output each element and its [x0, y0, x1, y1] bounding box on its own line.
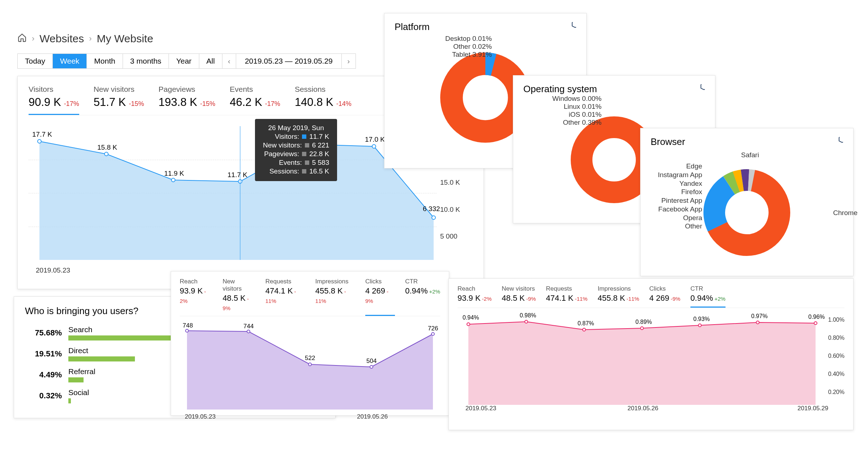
- mini-value: 93.9 K: [180, 286, 203, 295]
- svg-point-1: [105, 152, 108, 156]
- mini-metric-reach[interactable]: Reach 93.9 K-2%: [458, 285, 492, 308]
- y-tick: 5 000: [440, 232, 473, 240]
- range-week[interactable]: Week: [53, 54, 87, 68]
- mini-label: New visitors: [222, 278, 255, 292]
- metric-events[interactable]: Events 46.2 K-17%: [230, 85, 280, 115]
- tooltip-label: Events:: [279, 159, 302, 167]
- mini-metric-new-visitors[interactable]: New visitors 48.5 K-9%: [222, 278, 255, 316]
- mini-value: 48.5 K: [222, 294, 246, 303]
- metric-value: 51.7 K: [94, 96, 126, 108]
- metric-new-visitors[interactable]: New visitors 51.7 K-15%: [94, 85, 144, 115]
- metric-sessions[interactable]: Sessions 140.8 K-14%: [295, 85, 352, 115]
- mini-label: CTR: [690, 285, 726, 292]
- mini-label: Impressions: [315, 278, 355, 285]
- ctr-card: Reach 93.9 K-2%New visitors 48.5 K-9%Req…: [448, 278, 854, 430]
- pie-chart-icon[interactable]: [568, 22, 576, 32]
- swatch: [302, 134, 306, 139]
- home-icon[interactable]: [17, 33, 27, 45]
- metric-value: 90.9 K: [29, 96, 61, 108]
- mini-metric-reach[interactable]: Reach 93.9 K-2%: [180, 278, 212, 316]
- point-label: 504: [366, 357, 376, 365]
- point-label: 15.8 K: [97, 144, 117, 151]
- metric-label: New visitors: [94, 85, 144, 94]
- y-tick: 1.00%: [828, 317, 844, 323]
- slice-label: Other: [658, 222, 702, 231]
- line-chart-svg: [180, 323, 440, 410]
- point-label: 0.93%: [693, 316, 710, 322]
- pie-chart-icon[interactable]: [835, 137, 843, 147]
- point-label: 748: [183, 322, 193, 329]
- range-all[interactable]: All: [199, 54, 222, 68]
- point-label: 17.0 K: [365, 136, 385, 144]
- mini-label: Requests: [546, 285, 588, 292]
- svg-point-21: [467, 323, 470, 326]
- mini-value: 455.8 K: [597, 294, 625, 303]
- mini-tabs: Reach 93.9 K-2%New visitors 48.5 K-9%Req…: [180, 278, 440, 316]
- metric-delta: -17%: [64, 100, 79, 107]
- point-label: 11.7 K: [227, 171, 247, 179]
- slice-label: iOS 0.01%: [552, 111, 601, 119]
- slice-label: Firefox: [658, 188, 702, 196]
- donut-svg: [702, 167, 792, 258]
- mini-metric-requests[interactable]: Requests 474.1 K-11%: [265, 278, 305, 316]
- pie-chart-icon[interactable]: [697, 84, 705, 94]
- svg-point-27: [814, 322, 817, 325]
- mini-metric-new-visitors[interactable]: New visitors 48.5 K-9%: [502, 285, 536, 308]
- svg-point-25: [698, 324, 701, 327]
- range-3months[interactable]: 3 months: [123, 54, 169, 68]
- mini-metric-impressions[interactable]: Impressions 455.8 K-11%: [315, 278, 355, 316]
- slice-label: Linux 0.01%: [552, 103, 601, 111]
- mini-metric-impressions[interactable]: Impressions 455.8 K-11%: [597, 285, 639, 308]
- mini-value: 4 269: [365, 286, 385, 295]
- swatch: [302, 152, 306, 156]
- range-year[interactable]: Year: [169, 54, 199, 68]
- slice-label: Yandex: [658, 179, 702, 188]
- slice-label: Windows 0.00%: [552, 95, 601, 103]
- source-pct: 0.32%: [25, 391, 68, 401]
- point-label: 6 332: [423, 205, 440, 213]
- svg-point-22: [525, 320, 528, 323]
- svg-point-18: [309, 363, 311, 366]
- mini-metric-requests[interactable]: Requests 474.1 K-11%: [546, 285, 588, 308]
- source-pct: 75.68%: [25, 328, 68, 338]
- chart-tooltip: 26 May 2019, Sun Visitors:11.7 K New vis…: [255, 119, 337, 181]
- mini-label: Requests: [265, 278, 305, 285]
- y-tick: 0.40%: [828, 371, 844, 377]
- metric-label: Sessions: [295, 85, 352, 94]
- y-tick: 15.0 K: [440, 179, 473, 187]
- tooltip-value: 6 221: [312, 141, 329, 149]
- mini-metric-ctr[interactable]: CTR 0.94%+2%: [690, 285, 726, 308]
- mini-label: Clicks: [365, 278, 395, 285]
- range-month[interactable]: Month: [87, 54, 123, 68]
- mini-metric-clicks[interactable]: Clicks 4 269-9%: [365, 278, 395, 316]
- tooltip-value: 5 583: [312, 159, 329, 167]
- card-title: Browser: [651, 136, 685, 147]
- svg-point-20: [431, 333, 434, 335]
- breadcrumb-websites[interactable]: Websites: [39, 33, 84, 45]
- swatch: [305, 143, 309, 147]
- mini-delta: -2%: [482, 296, 492, 302]
- metric-pageviews[interactable]: Pageviews 193.8 K-15%: [158, 85, 215, 115]
- tooltip-title: 26 May 2019, Sun: [263, 124, 329, 132]
- slice-label: Safari: [741, 151, 759, 159]
- metric-value: 193.8 K: [158, 96, 197, 108]
- range-today[interactable]: Today: [18, 54, 53, 68]
- metric-visitors[interactable]: Visitors 90.9 K-17%: [29, 85, 79, 115]
- next-range-button[interactable]: ›: [342, 54, 356, 68]
- mini-value: 4 269: [649, 294, 669, 303]
- mini-metric-ctr[interactable]: CTR 0.94%+2%: [405, 278, 440, 316]
- mini-metric-clicks[interactable]: Clicks 4 269-9%: [649, 285, 680, 308]
- slice-label: Opera: [658, 214, 702, 222]
- svg-point-19: [370, 365, 373, 368]
- y-tick: 0.60%: [828, 353, 844, 359]
- tooltip-value: 11.7 K: [309, 133, 329, 141]
- ctr-chart: 0.94% 0.98% 0.87% 0.89% 0.93% 0.97% 0.96…: [458, 314, 844, 412]
- mini-value: 0.94%: [405, 286, 427, 295]
- date-range[interactable]: 2019.05.23 — 2019.05.29: [236, 54, 342, 68]
- breadcrumb: › Websites › My Website: [17, 33, 356, 45]
- point-label: 726: [428, 325, 438, 332]
- prev-range-button[interactable]: ‹: [222, 54, 236, 68]
- tooltip-value: 22.8 K: [309, 150, 329, 158]
- mini-value: 455.8 K: [315, 286, 343, 295]
- swatch: [305, 160, 309, 165]
